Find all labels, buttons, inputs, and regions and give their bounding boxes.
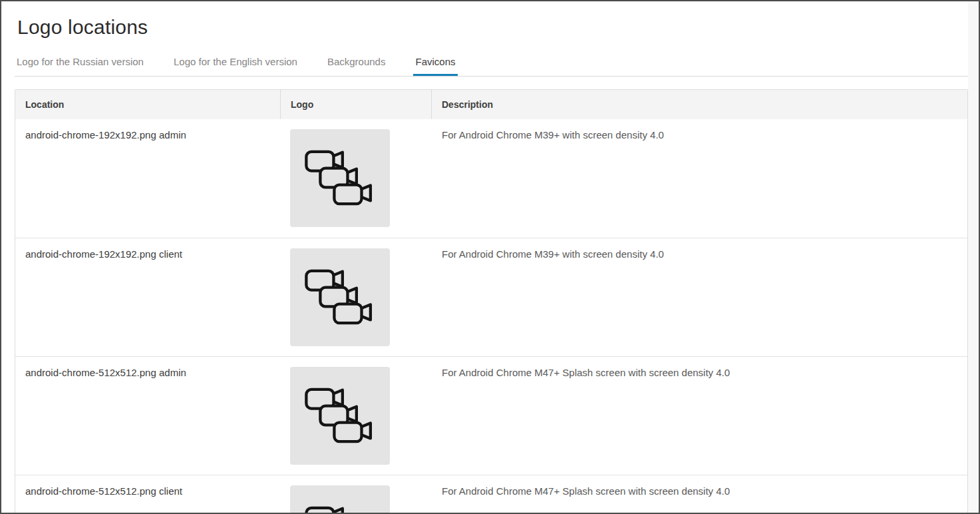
video-cameras-icon [303,506,377,514]
logo-cell [280,357,431,475]
tab-favicons[interactable]: Favicons [413,56,457,76]
description-cell: For Android Chrome M47+ Splash screen wi… [431,475,967,514]
favicon-preview [290,248,390,346]
column-header-description: Description [431,90,967,119]
description-cell: For Android Chrome M47+ Splash screen wi… [431,357,967,475]
location-cell: android-chrome-192x192.png admin [15,119,280,238]
video-cameras-icon [303,269,377,326]
table-row: android-chrome-512x512.png client [15,475,967,514]
favicon-preview [290,485,390,514]
description-cell: For Android Chrome M39+ with screen dens… [431,119,967,238]
scrollbar-track[interactable] [968,1,979,513]
tab-logo-russian[interactable]: Logo for the Russian version [15,56,146,76]
table-row: android-chrome-512x512.png admin [15,356,967,475]
table-row: android-chrome-192x192.png client [15,238,967,356]
location-cell: android-chrome-512x512.png client [15,475,280,514]
logo-locations-page: Logo locations Logo for the Russian vers… [0,0,980,514]
tab-backgrounds[interactable]: Backgrounds [325,56,388,76]
video-cameras-icon [303,387,377,445]
column-header-location: Location [15,90,280,119]
table-row: android-chrome-192x192.png admin [15,119,967,238]
tab-bar: Logo for the Russian version Logo for th… [15,56,968,77]
logo-cell [280,119,431,238]
favicons-table: Location Logo Description android-chrome… [15,89,968,514]
column-header-logo: Logo [280,90,431,119]
favicon-preview [290,367,390,465]
table-header-row: Location Logo Description [15,90,967,119]
page-title: Logo locations [1,1,979,39]
favicon-preview [290,129,390,227]
logo-cell [280,238,431,356]
location-cell: android-chrome-512x512.png admin [15,357,280,475]
location-cell: android-chrome-192x192.png client [15,238,280,356]
description-cell: For Android Chrome M39+ with screen dens… [431,238,967,356]
logo-cell [280,475,431,514]
video-cameras-icon [303,150,377,207]
tab-logo-english[interactable]: Logo for the English version [172,56,299,76]
